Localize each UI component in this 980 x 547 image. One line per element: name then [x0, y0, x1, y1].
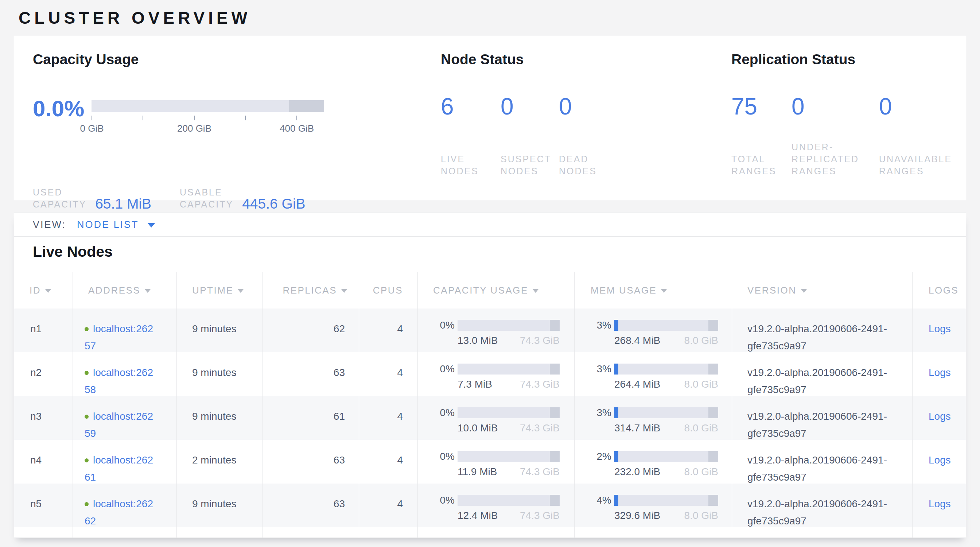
sort-caret-icon: [238, 289, 243, 293]
capacity-max: 74.3 GiB: [520, 378, 560, 391]
suspect-nodes-label: SUSPECT NODES: [501, 153, 559, 177]
logs-link[interactable]: Logs: [929, 410, 951, 422]
mem-max: 8.0 GiB: [684, 509, 718, 522]
logs-link[interactable]: Logs: [929, 454, 951, 466]
capacity-gauge-reserved-segment: [289, 100, 324, 112]
mem-used: 314.7 MiB: [614, 422, 660, 434]
capacity-percent: 0%: [418, 363, 455, 375]
view-selected-value: NODE LIST: [77, 219, 139, 231]
node-cpus: 4: [359, 352, 417, 396]
column-header-address[interactable]: ADDRESS: [73, 272, 177, 308]
column-header-uptime[interactable]: UPTIME: [177, 272, 262, 308]
mem-percent: 3%: [574, 363, 611, 375]
logs-link[interactable]: Logs: [929, 498, 951, 509]
column-header-capacity-usage[interactable]: CAPACITY USAGE: [417, 272, 574, 308]
live-nodes-label: LIVE NODES: [441, 153, 501, 177]
node-id: n5: [14, 483, 73, 527]
used-capacity-label: USED CAPACITY: [33, 186, 86, 210]
mem-max: 8.0 GiB: [684, 378, 718, 391]
mem-bar: [614, 495, 718, 506]
dead-nodes-stat: 0 DEAD NODES: [559, 94, 597, 177]
node-status-title: Node Status: [441, 51, 524, 67]
mem-used: 232.0 MiB: [614, 466, 660, 478]
capacity-bar: [458, 407, 560, 418]
capacity-max: 74.3 GiB: [520, 509, 560, 522]
node-replicas: 63: [262, 352, 359, 396]
node-version: v19.2.0-alpha.20190606-2491- gfe735c9a97: [732, 440, 912, 483]
column-header-mem-usage[interactable]: MEM USAGE: [574, 272, 732, 308]
view-selector-dropdown[interactable]: NODE LIST: [77, 219, 155, 231]
capacity-percent: 0%: [418, 320, 455, 331]
node-mem-usage-cell: 4% 329.6 MiB8.0 GiB: [574, 483, 732, 527]
node-address-link[interactable]: localhost:262 58: [84, 367, 153, 395]
node-cpus: 4: [359, 440, 417, 483]
capacity-bar: [458, 364, 560, 375]
node-address-cell: localhost:262 58: [73, 352, 177, 396]
live-status-dot-icon: [84, 415, 89, 419]
node-replicas: 62: [262, 308, 359, 352]
capacity-used: 12.4 MiB: [458, 509, 498, 522]
under-replicated-ranges-label: UNDER- REPLICATED RANGES: [792, 141, 879, 177]
node-version: v19.2.0-alpha.20190606-2491- gfe735c9a97: [732, 483, 912, 527]
capacity-percent: 0%: [418, 495, 455, 506]
mem-bar: [614, 407, 718, 418]
node-id: n4: [14, 440, 73, 483]
column-header-replicas[interactable]: REPLICAS: [262, 272, 359, 308]
node-version: v19.2.0-alpha.20190606-2491- gfe735c9a97: [732, 396, 912, 440]
node-address-link[interactable]: localhost:262 59: [84, 410, 153, 439]
node-id: n3: [14, 396, 73, 440]
live-status-dot-icon: [84, 371, 89, 375]
unavailable-ranges-stat: 0 UNAVAILABLE RANGES: [879, 94, 952, 177]
table-row: n4 localhost:262 61 2 minutes 63 4 0% 11…: [14, 440, 966, 483]
dead-nodes-value: 0: [559, 94, 597, 119]
node-cpus: 4: [359, 483, 417, 527]
mem-percent: 4%: [574, 495, 611, 506]
table-row: n3 localhost:262 59 9 minutes 61 4 0% 10…: [14, 396, 966, 440]
mem-bar: [614, 451, 718, 462]
node-address-cell: localhost:262 61: [73, 440, 177, 483]
sort-caret-icon: [661, 289, 667, 293]
dead-nodes-label: DEAD NODES: [559, 153, 597, 177]
logs-link[interactable]: Logs: [929, 323, 951, 334]
gauge-tick-label-200: 200 GiB: [177, 123, 212, 134]
suspect-nodes-stat: 0 SUSPECT NODES: [501, 94, 559, 177]
mem-percent: 3%: [574, 320, 611, 331]
node-address-link[interactable]: localhost:262 62: [84, 498, 153, 526]
capacity-bar: [458, 495, 560, 506]
capacity-percent: 0%: [418, 407, 455, 419]
column-header-id[interactable]: ID: [14, 272, 73, 308]
node-capacity-usage-cell: 0% 11.9 MiB74.3 GiB: [417, 440, 574, 483]
column-header-cpus[interactable]: CPUS: [359, 272, 417, 308]
usable-capacity-stat: USABLE CAPACITY 445.6 GiB: [180, 186, 305, 210]
mem-used: 329.6 MiB: [614, 509, 660, 522]
table-row-partial: [14, 527, 966, 538]
node-uptime: 9 minutes: [177, 352, 262, 396]
page-title: CLUSTER OVERVIEW: [19, 8, 251, 28]
sort-caret-icon: [145, 289, 151, 293]
sort-caret-icon: [533, 289, 538, 293]
summary-card: Capacity Usage 0.0% 0 GiB 200 GiB: [14, 36, 966, 200]
node-capacity-usage-cell: 0% 12.4 MiB74.3 GiB: [417, 483, 574, 527]
node-version: v19.2.0-alpha.20190606-2491- gfe735c9a97: [732, 308, 912, 352]
node-mem-usage-cell: 3% 268.4 MiB8.0 GiB: [574, 308, 732, 352]
logs-link[interactable]: Logs: [929, 367, 951, 378]
usable-capacity-label: USABLE CAPACITY: [180, 186, 233, 210]
node-mem-usage-cell: 3% 314.7 MiB8.0 GiB: [574, 396, 732, 440]
node-address-link[interactable]: localhost:262 61: [84, 454, 153, 483]
column-header-logs: LOGS: [912, 272, 966, 308]
capacity-gauge-track: [92, 100, 324, 112]
column-header-version[interactable]: VERSION: [732, 272, 912, 308]
used-capacity-stat: USED CAPACITY 65.1 MiB: [33, 186, 151, 210]
capacity-usage-title: Capacity Usage: [33, 51, 138, 67]
nodes-table-header: ID ADDRESS UPTIME REPLICAS CPUS CAPACITY…: [14, 272, 966, 308]
under-replicated-ranges-stat: 0 UNDER- REPLICATED RANGES: [792, 94, 879, 177]
mem-max: 8.0 GiB: [684, 466, 718, 478]
capacity-bar: [458, 320, 560, 331]
node-replicas: 61: [262, 396, 359, 440]
suspect-nodes-value: 0: [501, 94, 559, 119]
unavailable-ranges-label: UNAVAILABLE RANGES: [879, 153, 952, 177]
node-address-link[interactable]: localhost:262 57: [84, 323, 153, 351]
node-cpus: 4: [359, 308, 417, 352]
mem-percent: 3%: [574, 407, 611, 419]
node-capacity-usage-cell: 0% 7.3 MiB74.3 GiB: [417, 352, 574, 396]
